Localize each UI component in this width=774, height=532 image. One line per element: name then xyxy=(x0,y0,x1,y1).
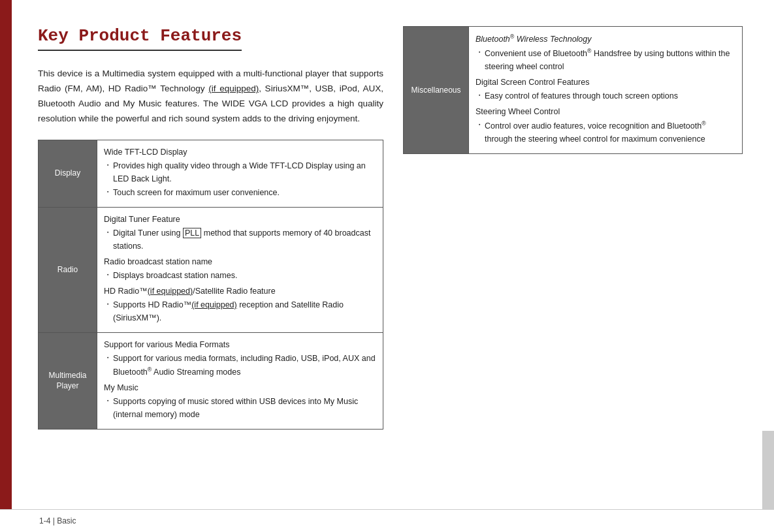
table-row: Radio Digital Tuner Feature Digital Tune… xyxy=(39,207,383,332)
list-item: Support for various media formats, inclu… xyxy=(104,352,376,379)
list-item: Provides high quality video through a Wi… xyxy=(104,159,376,185)
list-item: Convenient use of Bluetooth® Handsfree b… xyxy=(476,46,735,73)
superscript: ® xyxy=(510,33,514,40)
section-title: Radio broadcast station name xyxy=(104,255,376,268)
intro-paragraph: This device is a Multimedia system equip… xyxy=(38,67,383,127)
section-title: My Music xyxy=(104,381,376,394)
list-item: Easy control of features through touch s… xyxy=(476,89,735,102)
left-accent-bar xyxy=(0,0,12,509)
category-miscellaneous: Miscellaneous xyxy=(404,27,469,154)
page-wrapper: Key Product Features This device is a Mu… xyxy=(0,0,774,509)
right-accent-bar xyxy=(762,431,774,509)
right-column: Miscellaneous Bluetooth® Wireless Techno… xyxy=(403,26,743,490)
left-column: Key Product Features This device is a Mu… xyxy=(38,26,383,490)
list-item: Touch screen for maximum user convenienc… xyxy=(104,186,376,199)
pll-box: PLL xyxy=(183,228,201,238)
footer-text: 1-4 | Basic xyxy=(39,516,76,525)
features-table: Display Wide TFT-LCD Display Provides hi… xyxy=(38,140,383,430)
section-title-bt: Bluetooth® Wireless Technology xyxy=(476,32,735,46)
list-item: Control over audio features, voice recog… xyxy=(476,119,735,146)
section-title: Digital Screen Control Features xyxy=(476,76,735,89)
superscript: ® xyxy=(587,48,591,54)
superscript: ® xyxy=(701,120,705,127)
table-row: MultimediaPlayer Support for various Med… xyxy=(39,332,383,429)
category-display: Display xyxy=(39,140,97,207)
list-item: Displays broadcast station names. xyxy=(104,269,376,282)
table-row: Miscellaneous Bluetooth® Wireless Techno… xyxy=(404,27,743,154)
page-title: Key Product Features xyxy=(38,26,242,51)
highlight-equipped: (if equipped), xyxy=(208,84,261,93)
if-equipped: (if equipped) xyxy=(148,287,193,296)
category-multimedia: MultimediaPlayer xyxy=(39,332,97,429)
superscript: ® xyxy=(148,366,152,373)
page-footer: 1-4 | Basic xyxy=(0,509,774,532)
table-row: Display Wide TFT-LCD Display Provides hi… xyxy=(39,140,383,207)
category-radio: Radio xyxy=(39,207,97,332)
feature-multimedia: Support for various Media Formats Suppor… xyxy=(97,332,383,429)
section-title: HD Radio™(if equipped)/Satellite Radio f… xyxy=(104,285,376,298)
if-equipped-2: (if equipped) xyxy=(191,300,237,309)
section-title: Support for various Media Formats xyxy=(104,338,376,351)
list-item: Supports HD Radio™(if equipped) receptio… xyxy=(104,298,376,324)
feature-display: Wide TFT-LCD Display Provides high quali… xyxy=(97,140,383,207)
main-content: Key Product Features This device is a Mu… xyxy=(12,0,762,509)
italic-title: Bluetooth® Wireless Technology xyxy=(476,35,592,44)
list-item: Digital Tuner using PLL method that supp… xyxy=(104,227,376,253)
right-table: Miscellaneous Bluetooth® Wireless Techno… xyxy=(403,26,743,154)
section-title: Digital Tuner Feature xyxy=(104,213,376,226)
section-title: Steering Wheel Control xyxy=(476,105,735,118)
section-title: Wide TFT-LCD Display xyxy=(104,146,376,159)
feature-radio: Digital Tuner Feature Digital Tuner usin… xyxy=(97,207,383,332)
feature-miscellaneous: Bluetooth® Wireless Technology Convenien… xyxy=(469,27,743,154)
list-item: Supports copying of music stored within … xyxy=(104,395,376,421)
